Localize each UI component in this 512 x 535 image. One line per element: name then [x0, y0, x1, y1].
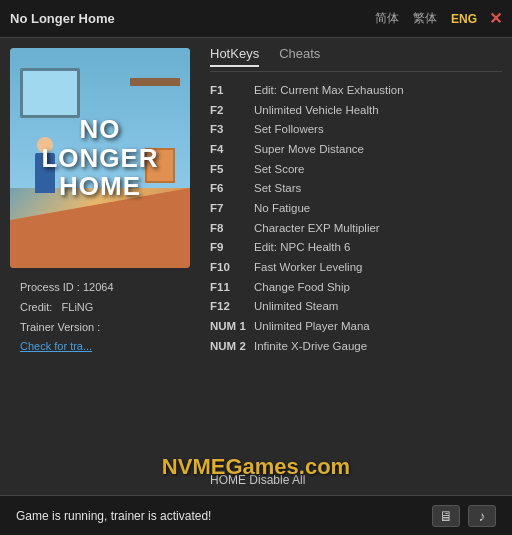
status-text: Game is running, trainer is activated! [16, 509, 211, 523]
game-title-art: NO LONGER HOME [41, 115, 158, 201]
cheat-desc: Unlimited Steam [254, 298, 338, 315]
cheat-key: F5 [210, 161, 248, 178]
cheat-desc: Change Food Ship [254, 279, 350, 296]
cheat-key: F6 [210, 180, 248, 197]
lang-english[interactable]: ENG [447, 10, 481, 28]
cheat-item: F10Fast Worker Leveling [210, 259, 502, 276]
lang-traditional[interactable]: 繁体 [409, 8, 441, 29]
cheat-key: F11 [210, 279, 248, 296]
cheat-item: F4Super Move Distance [210, 141, 502, 158]
check-for-trainer-link[interactable]: Check for tra... [20, 340, 92, 352]
cheat-item: F9Edit: NPC Health 6 [210, 239, 502, 256]
cheat-desc: Infinite X-Drive Gauge [254, 338, 367, 355]
cheat-key: F12 [210, 298, 248, 315]
credit-label: Credit: [20, 301, 52, 313]
game-title-overlay: NO LONGER HOME [10, 48, 190, 268]
cheat-desc: Super Move Distance [254, 141, 364, 158]
cheat-desc: Fast Worker Leveling [254, 259, 362, 276]
cheat-item: NUM 1Unlimited Player Mana [210, 318, 502, 335]
cheat-item: NUM 2Infinite X-Drive Gauge [210, 338, 502, 355]
cheat-desc: Set Score [254, 161, 305, 178]
lang-simplified[interactable]: 简体 [371, 8, 403, 29]
tab-cheats[interactable]: Cheats [279, 46, 320, 67]
credit-row: Credit: FLiNG [20, 298, 180, 318]
cheat-key: NUM 1 [210, 318, 248, 335]
cheat-item: F6Set Stars [210, 180, 502, 197]
cheats-list: F1Edit: Current Max ExhaustionF2Unlimite… [210, 82, 502, 461]
game-cover-image: NO LONGER HOME [10, 48, 190, 268]
cheat-desc: Edit: Current Max Exhaustion [254, 82, 404, 99]
main-content: NO LONGER HOME Process ID : 12064 Credit… [0, 38, 512, 495]
bottom-icons: 🖥 ♪ [432, 505, 496, 527]
disable-all-label: HOME Disable All [210, 473, 502, 487]
info-section: Process ID : 12064 Credit: FLiNG Trainer… [10, 268, 190, 357]
cheat-key: F4 [210, 141, 248, 158]
title-bar: No Longer Home 简体 繁体 ENG ✕ [0, 0, 512, 38]
cheat-key: F3 [210, 121, 248, 138]
app-title: No Longer Home [10, 11, 371, 26]
cheat-item: F5Set Score [210, 161, 502, 178]
trainer-version-label: Trainer Version : [20, 321, 100, 333]
cheat-item: F12Unlimited Steam [210, 298, 502, 315]
tab-hotkeys[interactable]: HotKeys [210, 46, 259, 67]
cheat-item: F1Edit: Current Max Exhaustion [210, 82, 502, 99]
process-id-row: Process ID : 12064 [20, 278, 180, 298]
cheat-item: F2Unlimited Vehicle Health [210, 102, 502, 119]
cheat-key: F10 [210, 259, 248, 276]
cheat-key: F8 [210, 220, 248, 237]
cheat-key: F7 [210, 200, 248, 217]
cheat-item: F11Change Food Ship [210, 279, 502, 296]
music-icon-button[interactable]: ♪ [468, 505, 496, 527]
credit-value: FLiNG [62, 301, 94, 313]
monitor-icon-button[interactable]: 🖥 [432, 505, 460, 527]
cheat-item: F7No Fatigue [210, 200, 502, 217]
cheat-key: F9 [210, 239, 248, 256]
process-id-value: 12064 [83, 281, 114, 293]
cheat-desc: Unlimited Player Mana [254, 318, 370, 335]
language-switcher: 简体 繁体 ENG [371, 8, 481, 29]
process-id-label: Process ID : [20, 281, 80, 293]
tab-bar: HotKeys Cheats [210, 46, 502, 72]
cheat-desc: Unlimited Vehicle Health [254, 102, 379, 119]
trainer-version-row: Trainer Version : [20, 318, 180, 338]
cheat-key: F1 [210, 82, 248, 99]
check-link-row: Check for tra... [20, 337, 180, 357]
cheat-desc: No Fatigue [254, 200, 310, 217]
cheat-item: F8Character EXP Multiplier [210, 220, 502, 237]
cheat-desc: Set Stars [254, 180, 301, 197]
cheat-desc: Set Followers [254, 121, 324, 138]
left-panel: NO LONGER HOME Process ID : 12064 Credit… [0, 38, 200, 495]
cheat-key: F2 [210, 102, 248, 119]
right-panel: HotKeys Cheats F1Edit: Current Max Exhau… [200, 38, 512, 495]
close-button[interactable]: ✕ [489, 9, 502, 28]
cheat-item: F3Set Followers [210, 121, 502, 138]
cheat-desc: Character EXP Multiplier [254, 220, 380, 237]
cheat-desc: Edit: NPC Health 6 [254, 239, 351, 256]
bottom-bar: Game is running, trainer is activated! 🖥… [0, 495, 512, 535]
cheat-key: NUM 2 [210, 338, 248, 355]
